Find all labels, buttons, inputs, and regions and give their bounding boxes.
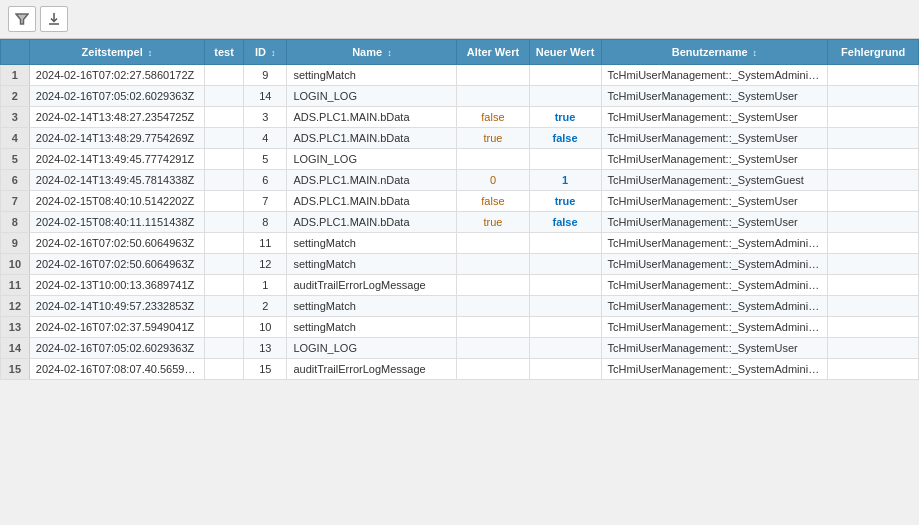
- cell-benutzername: TcHmiUserManagement::_SystemAdministrato…: [601, 359, 828, 380]
- cell-row-num: 15: [1, 359, 30, 380]
- cell-fehlergrund: [828, 338, 919, 359]
- cell-alter-wert: [457, 338, 529, 359]
- cell-id: 5: [244, 149, 287, 170]
- col-header-benutzername[interactable]: Benutzername ↕: [601, 40, 828, 65]
- toolbar: [0, 0, 919, 39]
- cell-zeitstempel: 2024-02-14T13:48:29.7754269Z: [29, 128, 204, 149]
- cell-benutzername: TcHmiUserManagement::_SystemUser: [601, 86, 828, 107]
- cell-row-num: 13: [1, 317, 30, 338]
- filter-button[interactable]: [8, 6, 36, 32]
- cell-name: LOGIN_LOG: [287, 149, 457, 170]
- col-header-test: test: [204, 40, 243, 65]
- cell-alter-wert: 0: [457, 170, 529, 191]
- cell-zeitstempel: 2024-02-14T10:49:57.2332853Z: [29, 296, 204, 317]
- table-row: 52024-02-14T13:49:45.7774291Z5LOGIN_LOGT…: [1, 149, 919, 170]
- cell-test: [204, 254, 243, 275]
- cell-neuer-wert: [529, 338, 601, 359]
- cell-test: [204, 149, 243, 170]
- cell-benutzername: TcHmiUserManagement::_SystemUser: [601, 191, 828, 212]
- col-header-id[interactable]: ID ↕: [244, 40, 287, 65]
- download-button[interactable]: [40, 6, 68, 32]
- cell-name: ADS.PLC1.MAIN.nData: [287, 170, 457, 191]
- cell-fehlergrund: [828, 275, 919, 296]
- cell-test: [204, 170, 243, 191]
- cell-benutzername: TcHmiUserManagement::_SystemAdministrato…: [601, 296, 828, 317]
- cell-zeitstempel: 2024-02-15T08:40:11.1151438Z: [29, 212, 204, 233]
- cell-test: [204, 65, 243, 86]
- cell-benutzername: TcHmiUserManagement::_SystemGuest: [601, 170, 828, 191]
- table-body: 12024-02-16T07:02:27.5860172Z9settingMat…: [1, 65, 919, 380]
- cell-benutzername: TcHmiUserManagement::_SystemUser: [601, 128, 828, 149]
- cell-neuer-wert: [529, 254, 601, 275]
- cell-fehlergrund: [828, 107, 919, 128]
- cell-benutzername: TcHmiUserManagement::_SystemAdministrato…: [601, 254, 828, 275]
- filter-icon: [15, 12, 29, 26]
- col-header-name[interactable]: Name ↕: [287, 40, 457, 65]
- sort-arrow-zeitstempel: ↕: [148, 48, 153, 58]
- cell-neuer-wert: false: [529, 212, 601, 233]
- sort-arrow-benutzername: ↕: [753, 48, 758, 58]
- table-row: 102024-02-16T07:02:50.6064963Z12settingM…: [1, 254, 919, 275]
- cell-alter-wert: [457, 149, 529, 170]
- cell-id: 7: [244, 191, 287, 212]
- cell-alter-wert: [457, 317, 529, 338]
- cell-fehlergrund: [828, 191, 919, 212]
- cell-zeitstempel: 2024-02-14T13:49:45.7774291Z: [29, 149, 204, 170]
- cell-neuer-wert: true: [529, 191, 601, 212]
- cell-test: [204, 233, 243, 254]
- cell-zeitstempel: 2024-02-16T07:08:07.40.5659923Z: [29, 359, 204, 380]
- cell-alter-wert: [457, 275, 529, 296]
- cell-neuer-wert: [529, 86, 601, 107]
- cell-neuer-wert: false: [529, 128, 601, 149]
- table-header-row: Zeitstempel ↕ test ID ↕ Name ↕ Alter Wer…: [1, 40, 919, 65]
- cell-id: 11: [244, 233, 287, 254]
- cell-test: [204, 275, 243, 296]
- cell-benutzername: TcHmiUserManagement::_SystemAdministrato…: [601, 317, 828, 338]
- audit-table: Zeitstempel ↕ test ID ↕ Name ↕ Alter Wer…: [0, 39, 919, 380]
- cell-id: 15: [244, 359, 287, 380]
- cell-neuer-wert: [529, 233, 601, 254]
- cell-test: [204, 296, 243, 317]
- cell-name: ADS.PLC1.MAIN.bData: [287, 191, 457, 212]
- cell-neuer-wert: [529, 317, 601, 338]
- cell-id: 10: [244, 317, 287, 338]
- cell-zeitstempel: 2024-02-15T08:40:10.5142202Z: [29, 191, 204, 212]
- col-header-zeitstempel[interactable]: Zeitstempel ↕: [29, 40, 204, 65]
- cell-row-num: 11: [1, 275, 30, 296]
- cell-id: 13: [244, 338, 287, 359]
- cell-zeitstempel: 2024-02-16T07:02:50.6064963Z: [29, 233, 204, 254]
- cell-neuer-wert: true: [529, 107, 601, 128]
- cell-alter-wert: [457, 86, 529, 107]
- cell-row-num: 4: [1, 128, 30, 149]
- cell-test: [204, 191, 243, 212]
- cell-row-num: 12: [1, 296, 30, 317]
- cell-name: settingMatch: [287, 233, 457, 254]
- cell-alter-wert: [457, 296, 529, 317]
- cell-test: [204, 107, 243, 128]
- cell-id: 2: [244, 296, 287, 317]
- cell-benutzername: TcHmiUserManagement::_SystemAdministrato…: [601, 233, 828, 254]
- cell-row-num: 6: [1, 170, 30, 191]
- cell-benutzername: TcHmiUserManagement::_SystemUser: [601, 149, 828, 170]
- table-row: 152024-02-16T07:08:07.40.5659923Z15audit…: [1, 359, 919, 380]
- cell-fehlergrund: [828, 359, 919, 380]
- cell-neuer-wert: 1: [529, 170, 601, 191]
- cell-alter-wert: [457, 359, 529, 380]
- cell-zeitstempel: 2024-02-16T07:02:50.6064963Z: [29, 254, 204, 275]
- cell-fehlergrund: [828, 65, 919, 86]
- cell-alter-wert: false: [457, 107, 529, 128]
- cell-name: ADS.PLC1.MAIN.bData: [287, 107, 457, 128]
- cell-fehlergrund: [828, 86, 919, 107]
- cell-zeitstempel: 2024-02-16T07:02:27.5860172Z: [29, 65, 204, 86]
- cell-row-num: 9: [1, 233, 30, 254]
- cell-alter-wert: true: [457, 128, 529, 149]
- cell-benutzername: TcHmiUserManagement::_SystemAdministrato…: [601, 65, 828, 86]
- cell-neuer-wert: [529, 296, 601, 317]
- cell-fehlergrund: [828, 212, 919, 233]
- cell-fehlergrund: [828, 296, 919, 317]
- cell-test: [204, 359, 243, 380]
- cell-alter-wert: [457, 233, 529, 254]
- cell-zeitstempel: 2024-02-16T07:05:02.6029363Z: [29, 86, 204, 107]
- cell-row-num: 2: [1, 86, 30, 107]
- cell-name: settingMatch: [287, 65, 457, 86]
